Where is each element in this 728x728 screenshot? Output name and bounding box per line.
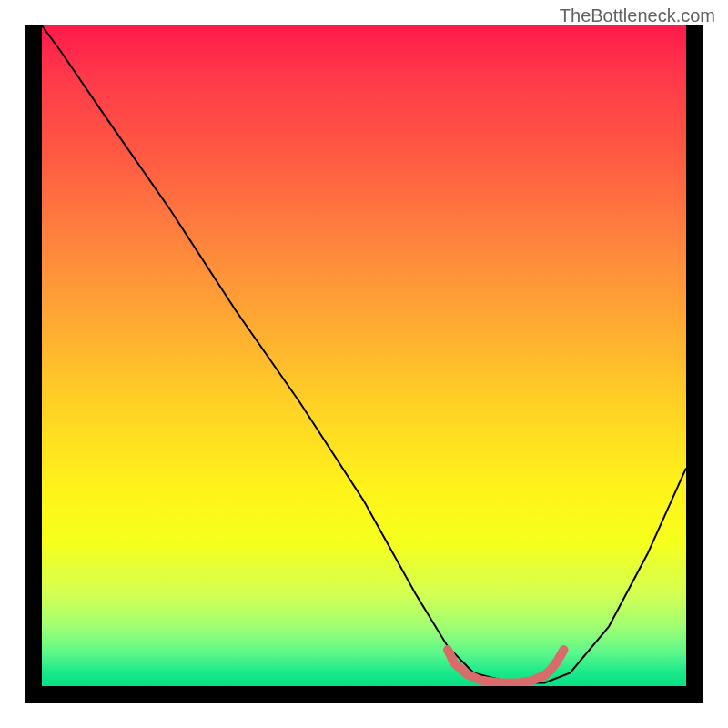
bottleneck-curve-path: [42, 25, 686, 682]
chart-svg: [42, 25, 686, 686]
chart-frame: [25, 25, 703, 703]
watermark-text: TheBottleneck.com: [560, 5, 715, 26]
plot-area: [42, 25, 686, 686]
minimum-highlight-path: [448, 650, 564, 682]
